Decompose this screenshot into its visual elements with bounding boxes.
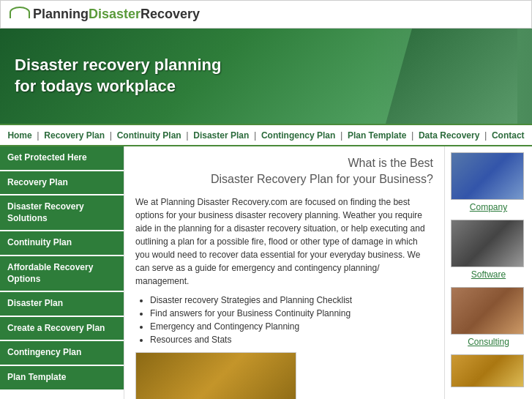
content-bullets: Disaster recovery Strategies and Plannin… [150,295,433,345]
nav-continuity-plan[interactable]: Continuity Plan [117,130,181,141]
hero-banner: Disaster recovery planning for todays wo… [0,29,532,124]
sidebar-item-contingency-plan[interactable]: Contingency Plan [0,341,124,366]
hero-person [386,29,517,124]
sidebar-item-affordable-recovery[interactable]: Affordable Recovery Options [0,256,124,292]
bullet-2: Find answers for your Business Continuit… [150,308,433,318]
hero-title: Disaster recovery planning for todays wo… [15,55,221,97]
logo-disaster: Disaster [89,7,141,21]
consulting-label[interactable]: Consulting [451,337,526,347]
sidebar-item-recovery-plan[interactable]: Recovery Plan [0,171,124,196]
right-column: Company Software Consulting [444,146,532,399]
main-content: What is the Best Disaster Recovery Plan … [124,146,444,399]
logo-recovery: Recovery [141,7,200,21]
sidebar-item-disaster-recovery-solutions[interactable]: Disaster Recovery Solutions [0,195,124,231]
right-block-company: Company [451,152,526,212]
consulting-image [451,287,524,335]
right-block-consulting: Consulting [451,287,526,347]
bullet-4: Resources and Stats [150,335,433,345]
nav-plan-template[interactable]: Plan Template [348,130,406,141]
nav-home[interactable]: Home [7,130,31,141]
nav-data-recovery[interactable]: Data Recovery [419,130,479,141]
software-image [451,220,524,267]
logo-arc [10,7,30,18]
hero-image [371,29,532,124]
sidebar-item-disaster-plan[interactable]: Disaster Plan [0,292,124,317]
nav-disaster-plan[interactable]: Disaster Plan [193,130,249,141]
logo: PlanningDisasterRecovery [10,7,200,22]
company-image [451,152,524,200]
bullet-3: Emergency and Contingency Planning [150,321,433,332]
sidebar-item-plan-template[interactable]: Plan Template [0,366,124,391]
bullet-1: Disaster recovery Strategies and Plannin… [150,295,433,305]
header: PlanningDisasterRecovery [0,0,532,29]
nav-contingency-plan[interactable]: Contingency Plan [261,130,335,141]
main-layout: Get Protected Here Recovery Plan Disaste… [0,146,532,399]
company-label[interactable]: Company [451,202,526,212]
hero-text: Disaster recovery planning for todays wo… [15,55,221,97]
sidebar: Get Protected Here Recovery Plan Disaste… [0,146,124,399]
nav-bar: Home | Recovery Plan | Continuity Plan |… [0,124,532,146]
content-heading: What is the Best Disaster Recovery Plan … [135,155,433,188]
right-block-software: Software [451,220,526,280]
extra-image [451,354,524,387]
right-block-extra [451,354,526,387]
software-label[interactable]: Software [451,269,526,280]
sidebar-item-continuity-plan[interactable]: Continuity Plan [0,231,124,256]
sidebar-item-create-recovery-plan[interactable]: Create a Recovery Plan [0,317,124,342]
logo-planning: Planning [33,7,89,21]
sidebar-item-get-protected[interactable]: Get Protected Here [0,146,124,171]
content-body: We at Planning Disaster Recovery.com are… [135,195,433,288]
bottom-image [135,352,296,399]
nav-contact[interactable]: Contact [492,130,525,141]
nav-recovery-plan[interactable]: Recovery Plan [44,130,105,141]
